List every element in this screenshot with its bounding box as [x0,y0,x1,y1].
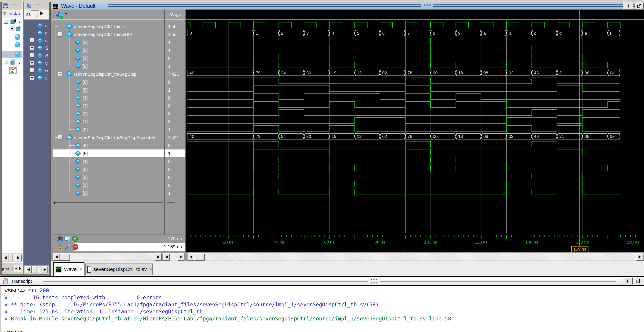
expand-icon[interactable]: + [30,46,34,50]
layout-diamond-icon[interactable] [55,11,64,19]
expand-icon[interactable]: + [30,68,34,73]
tree-expand-box[interactable]: + [10,26,14,31]
names-scroll-thumb[interactable] [60,253,70,261]
wave-value-row[interactable]: 0 [165,173,185,181]
wave-value-row[interactable]: 1 [165,62,185,70]
tab-close-icon[interactable]: × [79,266,82,272]
expand-icon[interactable]: + [30,61,34,65]
tab-close-icon[interactable]: × [150,266,152,272]
transcript-expand-button[interactable]: + [623,278,633,284]
wave-value-row[interactable]: 4'hd [165,30,185,38]
wave-value-row[interactable]: 7'h21 [165,134,185,142]
names-values-separator[interactable] [164,9,165,252]
expand-icon[interactable]: + [30,53,34,58]
values-scroll-left[interactable] [163,253,170,261]
objects-panel-titlebar[interactable] [24,2,49,9]
objects-item-c[interactable]: c [24,22,49,30]
names-scroll-left[interactable] [53,253,60,261]
scroll-track[interactable] [12,254,15,261]
remove-cursor-icon[interactable] [72,244,78,250]
objects-item-t[interactable]: +t [24,75,49,82]
wave-value-row[interactable]: 1 [165,150,185,157]
add-cursor-icon[interactable] [72,236,78,242]
wave-value-row[interactable]: 0 [165,110,185,118]
header-more-icon[interactable] [40,11,43,15]
wave-value-row[interactable]: 0 [165,181,185,189]
wave-scroll-thumb[interactable] [194,253,205,261]
transcript-console[interactable]: VSIM 14> run 200# 16 tests completed wit… [0,286,644,332]
transcript-grip2[interactable] [380,279,616,283]
window-expand-button[interactable]: + [623,2,633,9]
layout-dropdown-icon[interactable] [64,13,68,16]
wave-value-row[interactable]: 1 [165,38,185,46]
wave-value-row[interactable]: 1 [165,126,185,134]
names-scroll-track[interactable] [70,253,155,261]
wave-value-row[interactable]: 7'h21 [165,70,185,78]
lock-icon[interactable] [56,244,63,251]
wave-value-row[interactable]: 1 [165,86,185,94]
scroll-left-button[interactable] [25,266,32,273]
objects-item-r[interactable]: r [24,30,49,37]
scroll-thumb[interactable] [32,266,37,273]
values-scroll-right[interactable] [178,253,184,261]
window-grid-icon[interactable] [64,236,71,242]
expand-icon[interactable]: + [30,76,34,80]
wave-value-row[interactable]: 0 [165,165,185,173]
goto-icon[interactable]: →] [31,10,39,18]
objects-item-s[interactable]: +s [24,37,49,45]
waveform-canvas[interactable] [186,9,644,252]
signal-globe-icon[interactable] [14,51,21,58]
tab-source-file[interactable]: sevenSegDispCtrl_tb.sv × [86,264,152,275]
tree-node-label[interactable]: s [18,60,20,65]
scroll-right-button[interactable] [15,254,22,261]
wave-title-dots[interactable] [422,4,431,8]
wave-value-row[interactable]: 0 [165,118,185,126]
scroll-left-button[interactable] [2,254,8,261]
instance-panel-titlebar[interactable] [2,2,22,9]
project-tab-label[interactable]: ject [2,266,10,271]
tab-close-icon[interactable]: × [11,266,14,271]
filter-funnel-icon[interactable] [2,11,8,16]
wave-scroll-right[interactable] [636,253,643,261]
expand-icon[interactable]: + [30,38,34,43]
objects-hscrollbar[interactable] [24,265,49,274]
wave-titlebar[interactable]: Wave - Default + [51,2,644,10]
tab-scroll-right-button[interactable] [18,265,22,272]
instance-hscrollbar[interactable] [2,254,22,262]
wave-title-grip[interactable] [108,4,421,8]
wave-signal-row[interactable]: [0] [53,62,164,70]
wave-signal-row[interactable]: /sevenSegDispCtrl_tb/clk [53,22,164,30]
tab-wave[interactable]: Wave × [53,262,84,276]
signal-globe-icon[interactable] [14,41,21,48]
wrench-icon[interactable] [64,244,71,250]
wave-signal-row[interactable]: [0] [53,126,164,134]
chart-icon[interactable] [9,67,16,74]
collapse-icon[interactable]: – [58,135,62,140]
signal-globe-icon[interactable] [14,34,21,40]
scroll-right-button[interactable] [42,266,48,273]
scroll-thumb[interactable] [9,254,12,261]
transcript-grip-dots[interactable] [369,279,379,283]
tab-scroll-left-button[interactable] [14,265,18,272]
cursor-row[interactable]: Cursor 1 [53,243,185,251]
tree-collapse-box[interactable]: – [4,19,8,23]
names-scroll-right[interactable] [155,253,162,261]
scroll-track[interactable] [37,266,41,273]
wave-value-row[interactable]: 1 [165,189,185,197]
wave-value-row[interactable]: 1'h0 [165,22,185,30]
wave-value-row[interactable]: 1 [165,46,185,54]
objects-panel-grip[interactable] [34,4,44,7]
objects-item-S[interactable]: +S [24,52,49,60]
collapse-icon[interactable]: – [58,72,62,76]
collapse-icon[interactable]: – [58,32,62,36]
values-scroll-track[interactable] [170,253,178,261]
wave-value-row[interactable]: 0 [165,54,185,62]
transcript-grip[interactable] [43,279,368,283]
wave-value-row[interactable]: 0 [165,94,185,102]
wave-value-row[interactable]: 0 [165,142,185,150]
instance-panel-grip[interactable] [10,4,20,7]
time-swap-icon[interactable] [57,236,64,242]
wave-scroll-track[interactable] [205,253,636,261]
wave-scroll-left[interactable] [188,253,194,261]
wave-value-row[interactable]: 0 [165,102,185,110]
